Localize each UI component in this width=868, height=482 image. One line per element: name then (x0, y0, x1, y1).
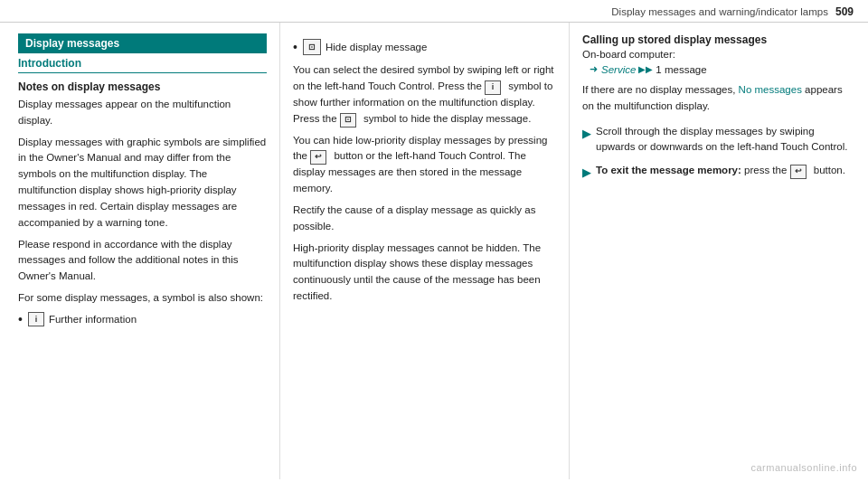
mid-para-4: High-priority display messages cannot be… (293, 241, 556, 305)
bullet-section: ▶ Scroll through the display messages by… (582, 124, 854, 183)
notes-label: Notes on display messages (18, 80, 267, 93)
bullet-dot: • (18, 313, 23, 326)
hide-label: Hide display message (326, 42, 428, 52)
para-2: Display messages with graphic symbols ar… (18, 135, 267, 232)
section-heading-box: Display messages (18, 33, 267, 53)
sub-heading: Introduction (18, 55, 267, 73)
message-count: 1 message (656, 64, 706, 75)
list-item-hide: • ⊡ Hide display message (293, 39, 556, 55)
watermark-text: carmanualsonline.info (750, 462, 857, 473)
section-heading-text: Display messages (25, 37, 119, 50)
bullet-exit: ▶ To exit the message memory: press the … (582, 163, 854, 182)
triangle-icon-1: ▶ (582, 125, 591, 143)
further-info-label: Further information (49, 314, 137, 325)
scroll-text: Scroll through the display messages by s… (596, 124, 854, 156)
info-icon: i (28, 312, 44, 326)
i-icon-inline: i (485, 80, 501, 95)
bullet-scroll: ▶ Scroll through the display messages by… (582, 124, 854, 156)
btn-icon-inline-1: ↩ (310, 150, 326, 165)
footer-watermark: carmanualsonline.info (750, 462, 857, 473)
arrow-icon: ➜ (590, 63, 598, 75)
page-header: Display messages and warning/indicator l… (0, 0, 868, 23)
para-4: For some display messages, a symbol is a… (18, 290, 267, 307)
btn-icon-exit: ↩ (790, 165, 807, 179)
service-line: ➜ Service ▶▶ 1 message (590, 63, 854, 75)
divider-arrows: ▶▶ (638, 64, 653, 74)
left-bullet-list: • i Further information (18, 312, 267, 326)
no-messages-text: No messages (739, 84, 802, 95)
para-1: Display messages appear on the multifunc… (18, 97, 267, 129)
mid-para-1: You can select the desired symbol by swi… (293, 62, 556, 128)
header-title: Display messages and warning/indicator l… (611, 6, 828, 17)
triangle-icon-2: ▶ (582, 164, 591, 182)
page-number: 509 (835, 5, 854, 18)
hide-icon: ⊡ (303, 39, 321, 55)
service-label: Service (601, 64, 636, 75)
right-sub-heading: On-board computer: (582, 49, 854, 60)
right-column: Calling up stored display messages On-bo… (570, 23, 868, 479)
mid-column: • ⊡ Hide display message You can select … (280, 23, 570, 479)
main-content: Display messages Introduction Notes on d… (0, 23, 868, 479)
para-3: Please respond in accordance with the di… (18, 237, 267, 285)
mid-para-3: Rectify the cause of a display message a… (293, 203, 556, 235)
exit-bold-label: To exit the message memory: (596, 165, 741, 175)
mid-para-2: You can hide low-priority display messag… (293, 133, 556, 197)
hide-icon-inline: ⊡ (340, 113, 356, 128)
mid-bullet-list: • ⊡ Hide display message (293, 39, 556, 55)
bullet-dot-2: • (293, 41, 297, 53)
list-item: • i Further information (18, 312, 267, 326)
exit-text: To exit the message memory: press the ↩ … (596, 163, 854, 179)
left-column: Display messages Introduction Notes on d… (0, 23, 280, 479)
no-messages-para: If there are no display messages, No mes… (582, 82, 854, 115)
right-heading: Calling up stored display messages (582, 33, 854, 46)
